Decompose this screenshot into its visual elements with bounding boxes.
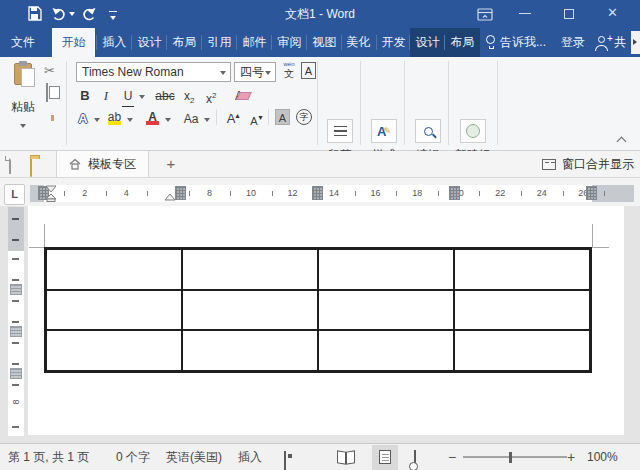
ribbon-tab[interactable]: 插入 <box>97 28 132 57</box>
font-color-caret-icon[interactable] <box>165 118 171 122</box>
table-cell[interactable] <box>46 290 182 331</box>
phonetic-guide-button[interactable]: wén 文 <box>280 61 298 79</box>
web-layout-icon[interactable] <box>414 450 416 469</box>
superscript-button[interactable]: x2 <box>206 86 216 109</box>
tab-file[interactable]: 文件 <box>0 28 46 57</box>
right-indent-marker-icon[interactable] <box>164 193 176 201</box>
cut-icon[interactable]: ✂ <box>44 63 55 78</box>
table-cell[interactable] <box>454 249 590 290</box>
character-shading-button[interactable]: A <box>275 109 290 125</box>
subscript-button[interactable]: x2 <box>184 86 194 111</box>
enclose-characters-button[interactable]: 字 <box>296 109 312 125</box>
grow-font-button[interactable]: A▲ <box>224 109 238 129</box>
ribbon-tab[interactable]: 设计 <box>132 28 167 57</box>
table-column-marker[interactable] <box>312 186 323 200</box>
tell-me-box[interactable]: 告诉我... <box>500 28 548 57</box>
ruler-number: 24 <box>534 185 550 202</box>
zoom-level[interactable]: 100% <box>587 444 618 470</box>
table-row-marker[interactable] <box>10 326 22 337</box>
ribbon-tab[interactable]: 布局 <box>445 28 480 57</box>
zoom-slider-track[interactable] <box>463 456 567 458</box>
zoom-slider-thumb[interactable] <box>509 452 512 463</box>
bold-button[interactable]: B <box>77 86 93 106</box>
table-column-marker[interactable] <box>449 186 460 200</box>
underline-caret-icon[interactable] <box>139 95 145 99</box>
ruler-tick <box>12 321 19 323</box>
table-cell[interactable] <box>318 249 454 290</box>
title-bar: 文档1 - Word ✕ <box>0 0 640 28</box>
page[interactable] <box>28 206 624 435</box>
vertical-ruler[interactable]: 8 <box>8 207 24 436</box>
clear-formatting-button[interactable]: A <box>235 89 243 103</box>
ribbon-tab[interactable]: 美化 <box>342 28 375 57</box>
ruler-tick <box>147 191 148 196</box>
language-indicator[interactable]: 英语(美国) <box>166 444 222 470</box>
ribbon-tab[interactable]: 设计 <box>410 28 445 57</box>
macro-record-icon[interactable] <box>284 451 286 470</box>
underline-button[interactable]: U <box>122 86 134 107</box>
collapse-ribbon-icon[interactable] <box>617 137 627 147</box>
ribbon-tab[interactable]: 开发 <box>377 28 410 57</box>
ribbon-tab[interactable]: 邮件 <box>237 28 272 57</box>
print-layout-selected[interactable] <box>372 445 398 470</box>
table-cell[interactable] <box>182 249 318 290</box>
highlight-caret-icon[interactable] <box>127 118 133 122</box>
paste-button[interactable]: 粘贴 <box>6 61 40 127</box>
new-document-icon[interactable] <box>9 155 11 174</box>
table-row-marker[interactable] <box>10 284 22 295</box>
table-cell[interactable] <box>46 249 182 290</box>
italic-button[interactable]: I <box>100 86 112 106</box>
table-cell[interactable] <box>182 290 318 331</box>
zoom-out-button[interactable]: − <box>448 444 456 470</box>
close-button[interactable]: ✕ <box>607 5 618 20</box>
change-case-caret-icon[interactable] <box>204 118 210 122</box>
table-cell[interactable] <box>454 290 590 331</box>
new-tab-button[interactable]: + <box>160 151 182 177</box>
copy-icon[interactable] <box>46 83 48 102</box>
change-case-button[interactable]: Aa <box>182 109 200 129</box>
page-indicator[interactable]: 第 1 页, 共 1 页 <box>8 444 89 470</box>
tab-stop-selector[interactable]: L <box>4 184 25 205</box>
shrink-font-button[interactable]: A▼ <box>248 111 260 131</box>
table-cell[interactable] <box>318 330 454 371</box>
font-color-button[interactable]: A <box>145 107 160 127</box>
table-cell[interactable] <box>318 290 454 331</box>
ribbon-tab[interactable]: 引用 <box>202 28 237 57</box>
open-folder-icon[interactable] <box>30 158 32 177</box>
table-row-marker[interactable] <box>10 368 22 379</box>
table-column-marker[interactable] <box>175 186 186 200</box>
table-cell[interactable] <box>46 330 182 371</box>
highlight-button[interactable]: ab <box>107 107 122 127</box>
strikethrough-button[interactable]: abc <box>152 86 178 106</box>
text-effects-button[interactable]: A <box>76 109 90 129</box>
table-column-marker[interactable] <box>586 186 597 200</box>
window-merge-toggle[interactable]: 窗口合并显示 <box>542 151 634 177</box>
ruler-tick <box>563 191 564 196</box>
indent-markers-icon[interactable] <box>45 185 57 202</box>
tab-separator <box>409 35 410 50</box>
ribbon-tab[interactable]: 视图 <box>307 28 342 57</box>
font-name-combo[interactable]: Times New Roman <box>76 62 231 82</box>
font-size-combo[interactable]: 四号 <box>234 62 276 82</box>
ribbon-tab[interactable]: 布局 <box>167 28 202 57</box>
zoom-in-button[interactable]: + <box>567 444 575 470</box>
maximize-button[interactable] <box>564 9 574 19</box>
sign-in-button[interactable]: 登录 <box>556 28 590 57</box>
table-cell[interactable] <box>454 330 590 371</box>
text-effects-caret-icon[interactable] <box>94 118 100 122</box>
ruler-number: 14 <box>326 185 342 202</box>
ribbon-tab[interactable]: 开始 <box>52 28 95 57</box>
character-border-button[interactable]: A <box>301 62 316 79</box>
word-count[interactable]: 0 个字 <box>116 444 150 470</box>
ribbon-display-options-icon[interactable] <box>477 7 493 25</box>
template-zone-tab[interactable]: 模板专区 <box>56 151 149 177</box>
share-button[interactable]: 共享 <box>614 28 631 57</box>
ribbon-tab[interactable]: 审阅 <box>272 28 307 57</box>
tabrow-overflow-button[interactable] <box>631 31 640 54</box>
minimize-button[interactable] <box>519 13 531 14</box>
lightbulb-icon <box>486 35 495 44</box>
document-table[interactable] <box>44 247 592 373</box>
insert-mode-toggle[interactable]: 插入 <box>238 444 262 470</box>
horizontal-ruler[interactable]: 248101214161820222426 <box>30 185 634 202</box>
table-cell[interactable] <box>182 330 318 371</box>
